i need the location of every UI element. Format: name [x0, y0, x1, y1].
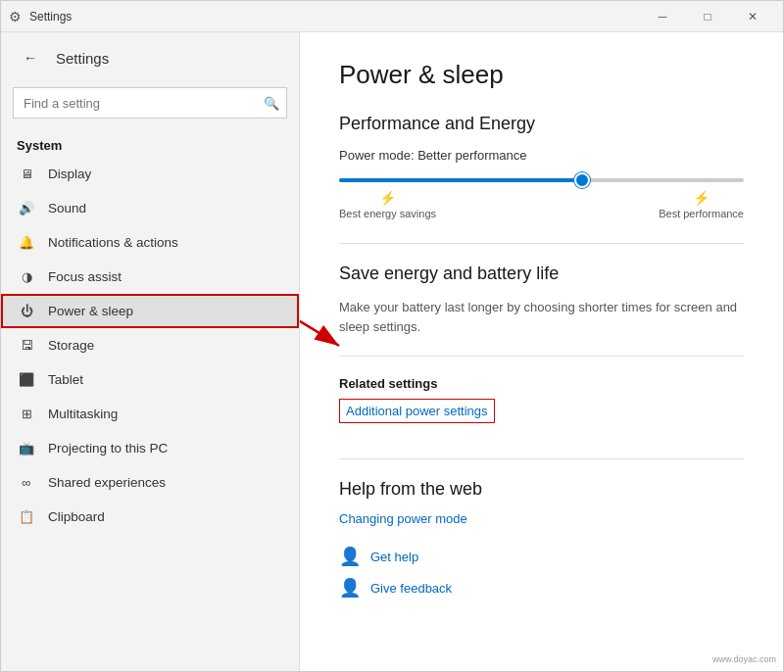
shared-icon: ∞ [17, 475, 36, 490]
sidebar-item-shared[interactable]: ∞ Shared experiences [1, 465, 299, 500]
related-settings-title: Related settings [339, 376, 744, 391]
save-energy-description: Make your battery last longer by choosin… [339, 298, 744, 336]
additional-power-settings-link[interactable]: Additional power settings [339, 399, 495, 423]
back-button[interactable]: ← [17, 44, 44, 72]
focus-icon: ◑ [17, 269, 36, 284]
display-icon: 🖥 [17, 167, 36, 181]
sidebar-label-storage: Storage [48, 338, 94, 353]
sidebar-item-power[interactable]: ⏻ Power & sleep [1, 294, 299, 328]
give-feedback-item: 👤 Give feedback [339, 577, 744, 599]
divider-3 [339, 458, 744, 459]
settings-window: ⚙ Settings ─ □ ✕ ← Settings 🔍 System [0, 0, 784, 672]
close-button[interactable]: ✕ [730, 1, 775, 32]
sidebar-item-multitasking[interactable]: ⊞ Multitasking [1, 397, 299, 431]
slider-track [339, 178, 744, 182]
performance-icon: ⚡ [693, 190, 710, 206]
sidebar-label-clipboard: Clipboard [48, 509, 105, 524]
storage-icon: 🖫 [17, 338, 36, 353]
bottom-links-container: 👤 Get help 👤 Give feedback [339, 546, 744, 599]
sidebar-label-tablet: Tablet [48, 372, 83, 387]
sidebar-item-sound[interactable]: 🔊 Sound [1, 191, 299, 225]
title-bar-left: ⚙ Settings [9, 9, 640, 24]
sidebar-label-notifications: Notifications & actions [48, 235, 178, 250]
main-layout: ← Settings 🔍 System 🖥 Display 🔊 Sound 🔔 … [1, 32, 783, 671]
power-mode-label: Power mode: Better performance [339, 148, 744, 163]
settings-app-icon: ⚙ [9, 9, 22, 24]
title-bar: ⚙ Settings ─ □ ✕ [1, 1, 783, 32]
projecting-icon: 📺 [17, 441, 36, 456]
help-title: Help from the web [339, 479, 744, 500]
sidebar-item-focus[interactable]: ◑ Focus assist [1, 260, 299, 294]
back-icon: ← [24, 50, 37, 66]
power-mode-slider-container: ⚡ Best energy savings ⚡ Best performance [339, 178, 744, 219]
slider-left-label: Best energy savings [339, 208, 436, 219]
search-input[interactable] [13, 87, 287, 119]
maximize-button[interactable]: □ [685, 1, 730, 32]
page-title: Power & sleep [339, 60, 744, 90]
window-controls: ─ □ ✕ [640, 1, 775, 32]
divider-2 [339, 356, 744, 357]
search-icon: 🔍 [264, 96, 279, 111]
performance-section-title: Performance and Energy [339, 114, 744, 134]
minimize-button[interactable]: ─ [640, 1, 685, 32]
clipboard-icon: 📋 [17, 509, 36, 524]
slider-fill [339, 178, 590, 182]
sidebar-label-focus: Focus assist [48, 269, 122, 284]
sidebar-label-sound: Sound [48, 201, 86, 216]
sidebar-item-storage[interactable]: 🖫 Storage [1, 328, 299, 362]
sidebar-app-title: Settings [56, 50, 109, 67]
battery-icon: ⚡ [379, 190, 396, 206]
sound-icon: 🔊 [17, 201, 36, 216]
give-feedback-link[interactable]: Give feedback [370, 581, 452, 596]
tablet-icon: ⬛ [17, 372, 36, 387]
sidebar-label-power: Power & sleep [48, 304, 133, 318]
sidebar-label-multitasking: Multitasking [48, 407, 118, 421]
sidebar-item-notifications[interactable]: 🔔 Notifications & actions [1, 225, 299, 260]
sidebar-item-display[interactable]: 🖥 Display [1, 157, 299, 191]
title-bar-text: Settings [29, 10, 72, 24]
sidebar-label-display: Display [48, 167, 91, 181]
sidebar-item-clipboard[interactable]: 📋 Clipboard [1, 500, 299, 534]
slider-label-right: ⚡ Best performance [659, 190, 744, 219]
sidebar-section-label: System [1, 130, 299, 157]
get-help-icon: 👤 [339, 546, 361, 567]
slider-labels: ⚡ Best energy savings ⚡ Best performance [339, 190, 744, 219]
sidebar-item-projecting[interactable]: 📺 Projecting to this PC [1, 431, 299, 465]
sidebar-label-shared: Shared experiences [48, 475, 166, 490]
slider-thumb[interactable] [574, 172, 590, 188]
multitasking-icon: ⊞ [17, 407, 36, 421]
sidebar: ← Settings 🔍 System 🖥 Display 🔊 Sound 🔔 … [1, 32, 300, 671]
give-feedback-icon: 👤 [339, 577, 361, 599]
notifications-icon: 🔔 [17, 235, 36, 250]
save-energy-title: Save energy and battery life [339, 264, 744, 284]
slider-label-left: ⚡ Best energy savings [339, 190, 436, 219]
sidebar-item-tablet[interactable]: ⬛ Tablet [1, 362, 299, 397]
divider-1 [339, 243, 744, 244]
content-area: Power & sleep Performance and Energy Pow… [300, 32, 783, 671]
get-help-link[interactable]: Get help [370, 550, 418, 564]
watermark: www.doyac.com [712, 654, 776, 664]
sidebar-nav-top: ← Settings [1, 32, 299, 83]
sidebar-label-projecting: Projecting to this PC [48, 441, 168, 456]
get-help-item: 👤 Get help [339, 546, 744, 567]
help-link-power-mode[interactable]: Changing power mode [339, 511, 744, 526]
search-box: 🔍 [13, 87, 287, 119]
slider-right-label: Best performance [659, 208, 744, 219]
power-icon: ⏻ [17, 304, 36, 318]
